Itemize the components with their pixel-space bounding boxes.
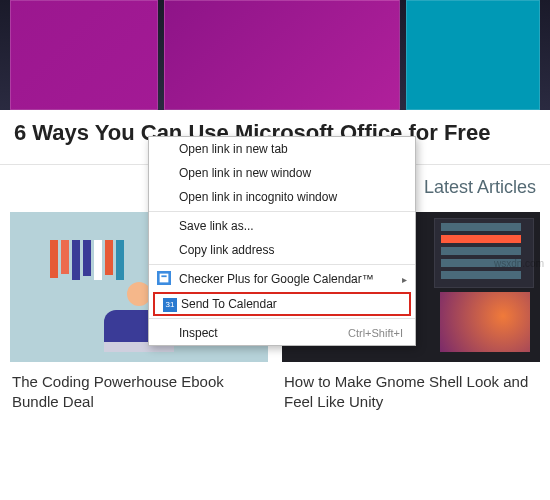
menu-send-to-calendar[interactable]: 31 Send To Calendar bbox=[153, 292, 411, 316]
svg-rect-1 bbox=[160, 274, 169, 283]
menu-label: Inspect bbox=[179, 326, 218, 340]
menu-shortcut: Ctrl+Shift+I bbox=[348, 327, 403, 339]
ubuntu-wallpaper bbox=[440, 292, 530, 352]
card-title: How to Make Gnome Shell Look and Feel Li… bbox=[282, 362, 540, 411]
section-heading: Latest Articles bbox=[424, 177, 536, 198]
hero-tiles bbox=[0, 0, 550, 110]
menu-inspect[interactable]: Inspect Ctrl+Shift+I bbox=[149, 321, 415, 345]
context-menu: Open link in new tab Open link in new wi… bbox=[148, 136, 416, 346]
menu-separator bbox=[149, 318, 415, 319]
menu-checker-plus-calendar[interactable]: Checker Plus for Google Calendar™ bbox=[149, 267, 415, 291]
watermark: wsxdn.com bbox=[494, 258, 544, 269]
menu-open-link-incognito[interactable]: Open link in incognito window bbox=[149, 185, 415, 209]
extension-icon bbox=[157, 271, 171, 285]
tile-teal-right bbox=[406, 0, 540, 110]
calendar-icon: 31 bbox=[163, 298, 177, 312]
card-title: The Coding Powerhouse Ebook Bundle Deal bbox=[10, 362, 268, 411]
panel-mock bbox=[434, 218, 534, 288]
menu-label: Send To Calendar bbox=[181, 297, 277, 311]
menu-label: Checker Plus for Google Calendar™ bbox=[179, 272, 374, 286]
bookshelf-icon bbox=[50, 240, 124, 280]
menu-save-link-as[interactable]: Save link as... bbox=[149, 214, 415, 238]
menu-open-link-new-tab[interactable]: Open link in new tab bbox=[149, 137, 415, 161]
menu-separator bbox=[149, 264, 415, 265]
tile-magenta-left bbox=[10, 0, 158, 110]
menu-copy-link-address[interactable]: Copy link address bbox=[149, 238, 415, 262]
menu-open-link-new-window[interactable]: Open link in new window bbox=[149, 161, 415, 185]
tile-magenta-center bbox=[164, 0, 400, 110]
svg-rect-2 bbox=[161, 275, 166, 277]
menu-separator bbox=[149, 211, 415, 212]
